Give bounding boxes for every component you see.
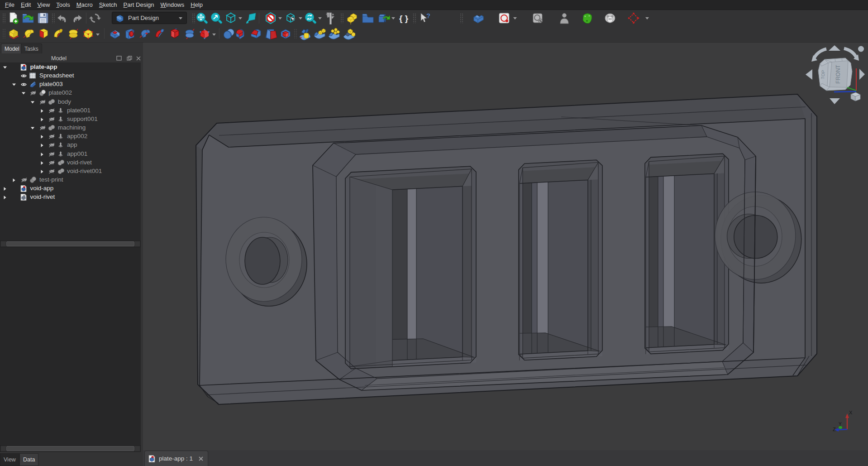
svg-text:TOP: TOP [820, 70, 825, 79]
svg-text:Y: Y [839, 422, 842, 427]
svg-text:Z: Z [833, 427, 836, 432]
svg-text:FRONT: FRONT [835, 65, 841, 84]
svg-text:?: ? [426, 12, 430, 19]
svg-text:{ }: { } [399, 14, 409, 23]
svg-text:X: X [849, 410, 853, 415]
